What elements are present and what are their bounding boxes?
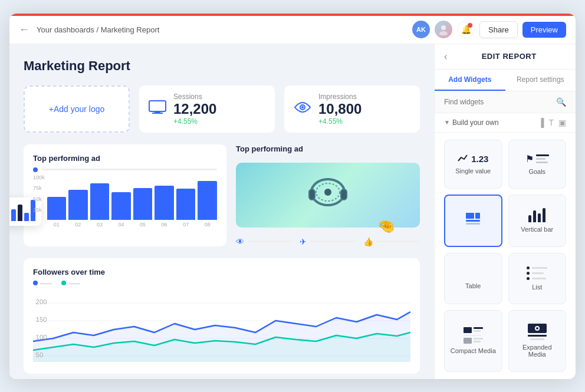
- report-area: Marketing Report +Add your logo: [9, 44, 434, 379]
- browser-window: ← Your dashboards / Marketing Report AK …: [9, 14, 576, 379]
- svg-point-0: [441, 25, 446, 30]
- find-widgets-input[interactable]: [444, 98, 556, 106]
- ad-stats-row: 👁 ✈ 👍: [236, 237, 420, 246]
- legend-item-2: ——: [61, 280, 80, 286]
- stats-row: +Add your logo Sessions 12,200 +4.55%: [24, 85, 420, 133]
- bar-chart-container: 100k75k50k25k: [33, 174, 217, 228]
- widget-table[interactable]: Table: [444, 253, 502, 305]
- sessions-change: +4.55%: [173, 117, 216, 126]
- find-widgets-bar: 🔍: [435, 91, 576, 113]
- panel-header: ‹ EDIT REPORT: [435, 44, 576, 70]
- widget-expanded-media[interactable]: Expanded Media: [508, 310, 567, 372]
- followers-card: Followers over time —— ——: [24, 258, 420, 374]
- impressions-label: Impressions: [318, 93, 361, 101]
- impressions-change: +4.55%: [318, 117, 361, 126]
- impressions-value: 10,800: [318, 101, 361, 117]
- ad-stat-likes: 👍: [363, 237, 420, 246]
- impressions-card: Impressions 10,800 +4.55%: [284, 85, 420, 133]
- build-arrow-icon: ▼: [444, 119, 450, 126]
- svg-point-6: [301, 106, 304, 108]
- sessions-card: Sessions 12,200 +4.55%: [139, 85, 275, 133]
- text-icon: T: [548, 118, 554, 127]
- followers-legend: —— ——: [33, 280, 410, 286]
- notification-button[interactable]: 🔔: [457, 21, 475, 38]
- selected-widget-icon: [466, 213, 480, 225]
- legend-item-1: ——: [33, 280, 52, 286]
- widget-label-single-value: Single value: [455, 167, 491, 174]
- vertical-bar-icon: [528, 208, 545, 222]
- search-icon: 🔍: [556, 97, 566, 107]
- widget-single-value[interactable]: 1.23 Single value: [444, 140, 502, 189]
- tab-add-widgets[interactable]: Add Widgets: [435, 70, 505, 91]
- expanded-media-icon: [528, 324, 547, 340]
- float-bar-3: [18, 205, 22, 221]
- back-button[interactable]: ←: [19, 24, 29, 36]
- svg-rect-8: [309, 189, 315, 200]
- impressions-details: Impressions 10,800 +4.55%: [318, 93, 361, 126]
- ad-stat-clicks: ✈: [300, 237, 356, 246]
- panel-tabs: Add Widgets Report settings: [435, 70, 576, 91]
- widgets-grid: 1.23 Single value ⚑ Goals: [435, 133, 576, 379]
- logo-placeholder: +Add your logo: [49, 104, 105, 114]
- ad-stat-views: 👁: [236, 237, 292, 246]
- sessions-details: Sessions 12,200 +4.55%: [173, 93, 216, 126]
- goals-icon: ⚑: [525, 153, 549, 164]
- list-icon: [527, 266, 547, 280]
- widget-label-table: Table: [465, 282, 481, 289]
- svg-text:50: 50: [36, 351, 44, 358]
- preview-button[interactable]: Preview: [522, 22, 566, 38]
- svg-rect-2: [149, 101, 166, 111]
- panel-title: EDIT REPORT: [452, 52, 566, 61]
- panel-back-button[interactable]: ‹: [444, 51, 447, 62]
- bar-icon: ▐: [538, 118, 544, 127]
- widget-label-expanded-media: Expanded Media: [514, 344, 561, 358]
- svg-text:100: 100: [36, 334, 47, 340]
- edit-panel: ‹ EDIT REPORT Add Widgets Report setting…: [434, 44, 576, 379]
- monitor-icon: [149, 100, 166, 118]
- bars: [47, 174, 217, 220]
- notification-dot: [468, 23, 472, 28]
- followers-chart-svg: 200 150 100 50: [33, 291, 410, 362]
- single-value-icon: 1.23: [458, 154, 488, 164]
- charts-row: Top performing ad 100k75k50k25k: [24, 144, 420, 246]
- headphones-svg: [301, 172, 354, 219]
- main-content: Marketing Report +Add your logo: [9, 44, 576, 379]
- build-section: ▼ Build your own ▐ T ▣: [435, 113, 576, 133]
- toolbar: ← Your dashboards / Marketing Report AK …: [9, 16, 576, 44]
- svg-text:150: 150: [36, 316, 47, 322]
- widget-label-compact-media: Compact Media: [451, 347, 496, 354]
- bars-area: 01 02 03 04 05 06 07 08: [47, 174, 217, 228]
- build-label: Build your own: [452, 118, 538, 127]
- views-icon: 👁: [236, 237, 244, 246]
- likes-icon: 👍: [363, 237, 373, 246]
- sessions-label: Sessions: [173, 93, 216, 101]
- y-axis: 100k75k50k25k: [33, 174, 45, 218]
- x-axis: 01 02 03 04 05 06 07 08: [47, 222, 217, 228]
- float-bar-2: [11, 209, 16, 221]
- sessions-value: 12,200: [173, 101, 216, 117]
- widget-label-goals: Goals: [528, 168, 545, 175]
- logo-card[interactable]: +Add your logo: [24, 85, 130, 133]
- widget-vertical-bar[interactable]: Vertical bar: [508, 195, 567, 247]
- share-button[interactable]: Share: [479, 21, 518, 38]
- widget-label-vertical-bar: Vertical bar: [521, 226, 553, 233]
- svg-point-1: [439, 31, 448, 35]
- followers-title: Followers over time: [33, 268, 410, 276]
- svg-rect-9: [341, 189, 347, 200]
- breadcrumb: Your dashboards / Marketing Report: [37, 25, 405, 34]
- compact-media-icon: [464, 327, 483, 344]
- ad-image-section: Top performing ad 👁: [236, 144, 420, 246]
- table-icon: [472, 267, 474, 279]
- image-icon: ▣: [558, 118, 566, 127]
- clicks-icon: ✈: [300, 237, 307, 246]
- float-bar-4: [24, 213, 29, 221]
- tab-report-settings[interactable]: Report settings: [505, 70, 576, 91]
- avatar-ak[interactable]: AK: [412, 21, 430, 38]
- widget-compact-media[interactable]: Compact Media: [444, 310, 502, 372]
- widget-label-list: List: [532, 284, 542, 291]
- ad-image-title: Top performing ad: [236, 144, 420, 153]
- avatar-user[interactable]: [435, 21, 452, 38]
- widget-selected[interactable]: [444, 195, 502, 247]
- widget-goals[interactable]: ⚑ Goals: [508, 140, 567, 189]
- widget-list[interactable]: List: [508, 253, 567, 305]
